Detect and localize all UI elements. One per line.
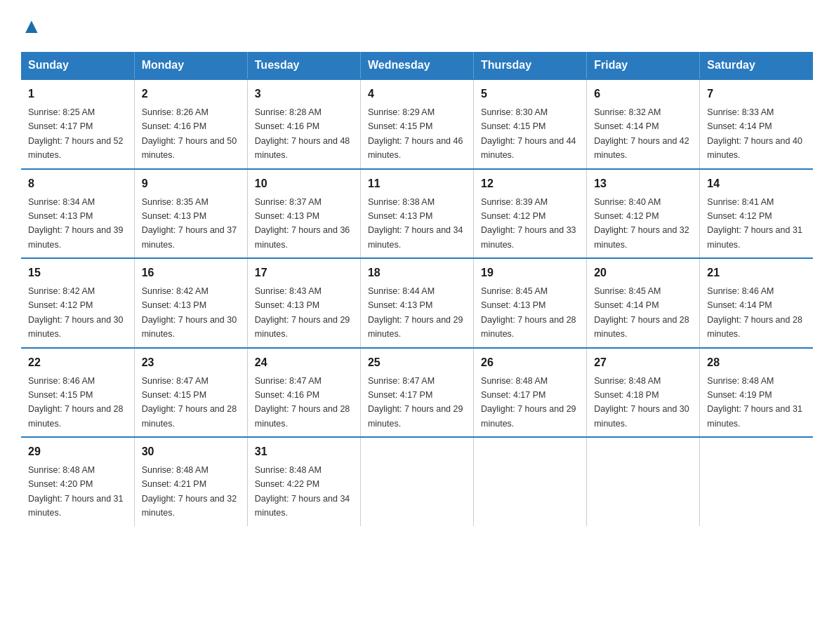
day-info: Sunrise: 8:43 AMSunset: 4:13 PMDaylight:… — [255, 286, 350, 339]
day-number: 22 — [28, 354, 127, 371]
page-header: ▲ — [21, 14, 813, 38]
calendar-cell: 16 Sunrise: 8:42 AMSunset: 4:13 PMDaylig… — [134, 258, 247, 348]
day-info: Sunrise: 8:45 AMSunset: 4:13 PMDaylight:… — [481, 286, 576, 339]
day-info: Sunrise: 8:47 AMSunset: 4:16 PMDaylight:… — [255, 376, 350, 429]
day-number: 24 — [255, 354, 353, 371]
calendar-week-row: 1 Sunrise: 8:25 AMSunset: 4:17 PMDayligh… — [21, 79, 813, 169]
calendar-cell: 15 Sunrise: 8:42 AMSunset: 4:12 PMDaylig… — [21, 258, 134, 348]
day-number: 2 — [142, 86, 240, 102]
col-header-monday: Monday — [134, 52, 247, 79]
day-number: 26 — [481, 354, 579, 371]
day-info: Sunrise: 8:40 AMSunset: 4:12 PMDaylight:… — [594, 197, 689, 250]
calendar-cell: 30 Sunrise: 8:48 AMSunset: 4:21 PMDaylig… — [134, 437, 247, 526]
day-info: Sunrise: 8:33 AMSunset: 4:14 PMDaylight:… — [707, 107, 802, 160]
calendar-cell: 3 Sunrise: 8:28 AMSunset: 4:16 PMDayligh… — [247, 79, 360, 169]
day-info: Sunrise: 8:45 AMSunset: 4:14 PMDaylight:… — [594, 286, 689, 339]
day-info: Sunrise: 8:37 AMSunset: 4:13 PMDaylight:… — [255, 197, 350, 250]
day-info: Sunrise: 8:48 AMSunset: 4:22 PMDaylight:… — [255, 465, 350, 518]
day-info: Sunrise: 8:44 AMSunset: 4:13 PMDaylight:… — [368, 286, 463, 339]
day-number: 25 — [368, 354, 466, 371]
calendar-cell: 5 Sunrise: 8:30 AMSunset: 4:15 PMDayligh… — [474, 79, 587, 169]
calendar-cell: 8 Sunrise: 8:34 AMSunset: 4:13 PMDayligh… — [21, 169, 134, 259]
calendar-cell: 19 Sunrise: 8:45 AMSunset: 4:13 PMDaylig… — [474, 258, 587, 348]
calendar-cell: 27 Sunrise: 8:48 AMSunset: 4:18 PMDaylig… — [587, 348, 700, 438]
day-number: 14 — [707, 175, 806, 192]
calendar-week-row: 22 Sunrise: 8:46 AMSunset: 4:15 PMDaylig… — [21, 348, 813, 438]
day-info: Sunrise: 8:29 AMSunset: 4:15 PMDaylight:… — [368, 107, 463, 160]
day-number: 27 — [594, 354, 692, 371]
calendar-week-row: 29 Sunrise: 8:48 AMSunset: 4:20 PMDaylig… — [21, 437, 813, 526]
calendar-cell: 1 Sunrise: 8:25 AMSunset: 4:17 PMDayligh… — [21, 79, 134, 169]
col-header-saturday: Saturday — [700, 52, 813, 79]
calendar-cell: 29 Sunrise: 8:48 AMSunset: 4:20 PMDaylig… — [21, 437, 134, 526]
day-number: 13 — [594, 175, 692, 192]
day-info: Sunrise: 8:35 AMSunset: 4:13 PMDaylight:… — [142, 197, 237, 250]
day-number: 31 — [255, 443, 353, 460]
day-info: Sunrise: 8:26 AMSunset: 4:16 PMDaylight:… — [142, 107, 237, 160]
day-number: 21 — [707, 264, 806, 281]
day-info: Sunrise: 8:34 AMSunset: 4:13 PMDaylight:… — [28, 197, 124, 250]
day-number: 7 — [707, 86, 806, 102]
calendar-cell — [587, 437, 700, 526]
day-info: Sunrise: 8:48 AMSunset: 4:17 PMDaylight:… — [481, 376, 576, 429]
day-number: 10 — [255, 175, 353, 192]
calendar-cell: 31 Sunrise: 8:48 AMSunset: 4:22 PMDaylig… — [247, 437, 360, 526]
day-info: Sunrise: 8:25 AMSunset: 4:17 PMDaylight:… — [28, 107, 124, 160]
calendar-cell: 14 Sunrise: 8:41 AMSunset: 4:12 PMDaylig… — [700, 169, 813, 259]
calendar-cell — [700, 437, 813, 526]
calendar-cell: 28 Sunrise: 8:48 AMSunset: 4:19 PMDaylig… — [700, 348, 813, 438]
col-header-sunday: Sunday — [21, 52, 134, 79]
day-number: 30 — [142, 443, 240, 460]
calendar-cell: 25 Sunrise: 8:47 AMSunset: 4:17 PMDaylig… — [360, 348, 473, 438]
day-number: 5 — [481, 86, 579, 102]
day-info: Sunrise: 8:48 AMSunset: 4:19 PMDaylight:… — [707, 376, 802, 429]
day-number: 3 — [255, 86, 353, 102]
calendar-cell — [474, 437, 587, 526]
logo: ▲ — [21, 14, 42, 38]
calendar-cell: 22 Sunrise: 8:46 AMSunset: 4:15 PMDaylig… — [21, 348, 134, 438]
calendar-cell: 21 Sunrise: 8:46 AMSunset: 4:14 PMDaylig… — [700, 258, 813, 348]
day-number: 4 — [368, 86, 466, 102]
day-info: Sunrise: 8:46 AMSunset: 4:15 PMDaylight:… — [28, 376, 124, 429]
day-info: Sunrise: 8:42 AMSunset: 4:13 PMDaylight:… — [142, 286, 237, 339]
day-number: 17 — [255, 264, 353, 281]
day-info: Sunrise: 8:48 AMSunset: 4:20 PMDaylight:… — [28, 465, 124, 518]
day-info: Sunrise: 8:48 AMSunset: 4:18 PMDaylight:… — [594, 376, 689, 429]
day-number: 20 — [594, 264, 692, 281]
calendar-cell: 9 Sunrise: 8:35 AMSunset: 4:13 PMDayligh… — [134, 169, 247, 259]
calendar-cell — [360, 437, 473, 526]
col-header-friday: Friday — [587, 52, 700, 79]
day-number: 29 — [28, 443, 127, 460]
calendar-cell: 12 Sunrise: 8:39 AMSunset: 4:12 PMDaylig… — [474, 169, 587, 259]
day-info: Sunrise: 8:38 AMSunset: 4:13 PMDaylight:… — [368, 197, 463, 250]
day-info: Sunrise: 8:41 AMSunset: 4:12 PMDaylight:… — [707, 197, 802, 250]
calendar-cell: 6 Sunrise: 8:32 AMSunset: 4:14 PMDayligh… — [587, 79, 700, 169]
calendar-cell: 26 Sunrise: 8:48 AMSunset: 4:17 PMDaylig… — [474, 348, 587, 438]
calendar-cell: 11 Sunrise: 8:38 AMSunset: 4:13 PMDaylig… — [360, 169, 473, 259]
calendar-cell: 23 Sunrise: 8:47 AMSunset: 4:15 PMDaylig… — [134, 348, 247, 438]
day-number: 11 — [368, 175, 466, 192]
day-number: 1 — [28, 86, 127, 102]
calendar-cell: 17 Sunrise: 8:43 AMSunset: 4:13 PMDaylig… — [247, 258, 360, 348]
col-header-tuesday: Tuesday — [247, 52, 360, 79]
logo-general-text: ▲ — [21, 14, 42, 38]
day-number: 15 — [28, 264, 127, 281]
calendar-cell: 7 Sunrise: 8:33 AMSunset: 4:14 PMDayligh… — [700, 79, 813, 169]
calendar-cell: 10 Sunrise: 8:37 AMSunset: 4:13 PMDaylig… — [247, 169, 360, 259]
day-info: Sunrise: 8:30 AMSunset: 4:15 PMDaylight:… — [481, 107, 576, 160]
day-number: 6 — [594, 86, 692, 102]
calendar-cell: 18 Sunrise: 8:44 AMSunset: 4:13 PMDaylig… — [360, 258, 473, 348]
day-info: Sunrise: 8:32 AMSunset: 4:14 PMDaylight:… — [594, 107, 689, 160]
col-header-thursday: Thursday — [474, 52, 587, 79]
day-number: 18 — [368, 264, 466, 281]
day-info: Sunrise: 8:48 AMSunset: 4:21 PMDaylight:… — [142, 465, 237, 518]
day-info: Sunrise: 8:28 AMSunset: 4:16 PMDaylight:… — [255, 107, 350, 160]
day-info: Sunrise: 8:42 AMSunset: 4:12 PMDaylight:… — [28, 286, 124, 339]
calendar-cell: 24 Sunrise: 8:47 AMSunset: 4:16 PMDaylig… — [247, 348, 360, 438]
day-number: 23 — [142, 354, 240, 371]
calendar-cell: 4 Sunrise: 8:29 AMSunset: 4:15 PMDayligh… — [360, 79, 473, 169]
calendar-cell: 13 Sunrise: 8:40 AMSunset: 4:12 PMDaylig… — [587, 169, 700, 259]
day-info: Sunrise: 8:46 AMSunset: 4:14 PMDaylight:… — [707, 286, 802, 339]
day-number: 19 — [481, 264, 579, 281]
day-number: 16 — [142, 264, 240, 281]
